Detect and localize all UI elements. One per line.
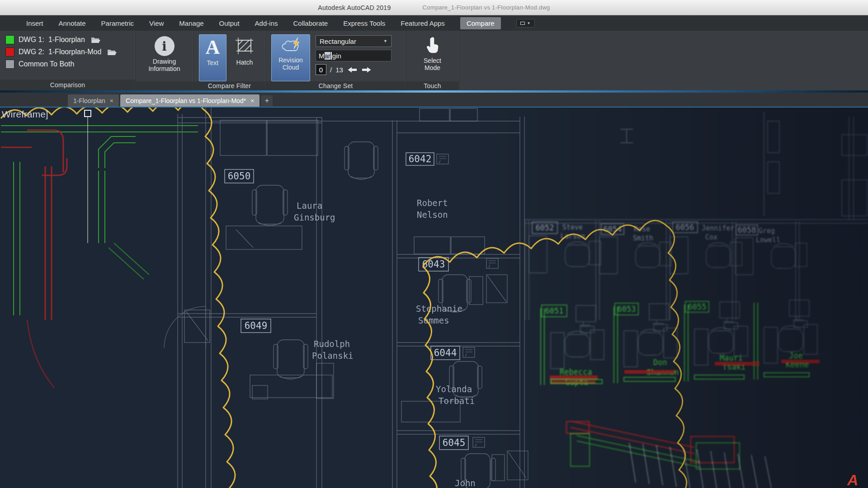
revision-cloud-button[interactable]: Revision Cloud xyxy=(271,34,310,81)
arrow-left-icon xyxy=(347,66,358,73)
drawing-information-label: Drawing Information xyxy=(148,58,180,72)
ribbon-tab-view[interactable]: View xyxy=(149,19,164,27)
revision-cloud-label: Revision Cloud xyxy=(274,56,307,71)
panel-touch: Select Mode Touch xyxy=(406,31,459,90)
panel-label-change-set: Change Set xyxy=(266,81,406,90)
drawing-canvas[interactable]: 6050 6042 6043 6044 6045 6049 Laura Gins… xyxy=(0,108,868,488)
common-color-swatch xyxy=(5,60,14,69)
panel-change-set: Revision Cloud Rectangular ▼ M ar gin 0 … xyxy=(266,31,406,90)
file-tab-bar: 1-Floorplan × Compare_1-Floorplan vs 1-F… xyxy=(0,93,868,108)
margin-text-prefix: M xyxy=(319,52,325,60)
counter-divider: / xyxy=(330,66,332,74)
margin-text-suffix: gin xyxy=(332,52,341,60)
ribbon: DWG 1: 1-Floorplan DWG 2: 1-Floorplan-Mo… xyxy=(0,31,868,90)
chevron-down-icon: ▼ xyxy=(383,39,387,43)
panel-compare-filter: A Text Hatch Compare F xyxy=(193,31,266,90)
revision-cloud-icon xyxy=(280,37,302,55)
document-title: Compare_1-Floorplan vs 1-Floorplan-Mod.d… xyxy=(423,4,550,11)
panel-label-comparison: Comparison xyxy=(0,80,135,90)
text-cursor xyxy=(331,52,332,60)
legend-row-dwg2[interactable]: DWG 2: 1-Floorplan-Mod xyxy=(5,47,117,56)
dwg1-value: 1-Floorplan xyxy=(48,36,85,44)
close-icon[interactable]: × xyxy=(110,97,113,104)
margin-text-selected: ar xyxy=(325,52,330,60)
hatch-icon xyxy=(234,36,255,57)
common-label: Common To Both xyxy=(19,60,74,68)
panel-label-compare-filter: Compare Filter xyxy=(193,81,265,90)
plus-icon: + xyxy=(265,97,269,105)
revcloud-style-value: Rectangular xyxy=(320,38,356,45)
next-change-button[interactable] xyxy=(361,66,372,73)
folder-icon[interactable] xyxy=(107,49,117,56)
file-tab-label: Compare_1-Floorplan vs 1-Floorplan-Mod* xyxy=(126,97,246,104)
drawing-canvas-area: 6050 6042 6043 6044 6045 6049 Laura Gins… xyxy=(0,108,868,488)
autodesk-logo: A xyxy=(847,471,859,488)
ribbon-tab-add-ins[interactable]: Add-ins xyxy=(255,19,278,27)
drawing-information-button[interactable]: i Drawing Information xyxy=(147,34,182,81)
info-icon: i xyxy=(155,36,175,56)
file-tab-compare[interactable]: Compare_1-Floorplan vs 1-Floorplan-Mod* … xyxy=(120,94,259,107)
ribbon-tab-express-tools[interactable]: Express Tools xyxy=(343,19,385,27)
ribbon-empty-space xyxy=(459,31,868,90)
text-icon: A xyxy=(206,37,220,57)
hatch-filter-button[interactable]: Hatch xyxy=(229,34,260,81)
dwg2-label: DWG 2: xyxy=(19,48,44,56)
ribbon-tab-compare[interactable]: Compare xyxy=(460,17,501,29)
file-tab-1-floorplan[interactable]: 1-Floorplan × xyxy=(68,94,119,107)
ribbon-tab-manage[interactable]: Manage xyxy=(179,19,203,27)
dwg2-value: 1-Floorplan-Mod xyxy=(48,48,101,56)
hand-icon xyxy=(424,36,441,55)
panel-label-empty xyxy=(136,81,193,90)
dwg1-label: DWG 1: xyxy=(19,36,44,44)
legend-row-dwg1[interactable]: DWG 1: 1-Floorplan xyxy=(5,35,117,44)
dwg2-color-swatch xyxy=(5,47,14,56)
panel-label-touch: Touch xyxy=(406,81,459,90)
change-set-counter: 0 / 13 xyxy=(316,64,392,75)
ribbon-tab-annotate[interactable]: Annotate xyxy=(59,19,86,27)
counter-total: 13 xyxy=(335,66,343,74)
previous-change-button[interactable] xyxy=(347,66,358,73)
ribbon-tab-insert[interactable]: Insert xyxy=(26,19,43,27)
counter-current[interactable]: 0 xyxy=(316,64,326,75)
title-bar: Autodesk AutoCAD 2019 Compare_1-Floorpla… xyxy=(0,0,868,15)
ribbon-display-toggle[interactable]: ▼ xyxy=(516,19,535,28)
select-mode-label: Select Mode xyxy=(418,57,448,71)
photo-vignette xyxy=(0,108,868,488)
ribbon-tab-parametric[interactable]: Parametric xyxy=(101,19,134,27)
arrow-right-icon xyxy=(361,66,372,73)
folder-icon[interactable] xyxy=(91,37,101,43)
comparison-legend: DWG 1: 1-Floorplan DWG 2: 1-Floorplan-Mo… xyxy=(5,34,117,69)
text-filter-button[interactable]: A Text xyxy=(199,34,226,81)
new-tab-button[interactable]: + xyxy=(261,95,273,106)
text-filter-label: Text xyxy=(207,59,219,66)
margin-input[interactable]: M ar gin xyxy=(316,50,392,61)
ribbon-tab-collaborate[interactable]: Collaborate xyxy=(293,19,328,27)
panel-display-icon xyxy=(520,22,525,25)
app-title: Autodesk AutoCAD 2019 xyxy=(318,4,391,11)
ribbon-tab-output[interactable]: Output xyxy=(219,19,240,27)
file-tab-label: 1-Floorplan xyxy=(73,97,105,104)
close-icon[interactable]: × xyxy=(250,97,254,104)
ribbon-tab-bar: Insert Annotate Parametric View Manage O… xyxy=(0,15,868,31)
dwg1-color-swatch xyxy=(5,35,14,44)
hatch-filter-label: Hatch xyxy=(236,59,253,66)
viewport-control-label[interactable]: Wireframe] xyxy=(2,109,48,119)
ribbon-tab-featured-apps[interactable]: Featured Apps xyxy=(401,19,445,27)
chevron-down-icon: ▼ xyxy=(527,21,531,25)
panel-comparison: DWG 1: 1-Floorplan DWG 2: 1-Floorplan-Mo… xyxy=(0,31,136,90)
panel-drawing-information: i Drawing Information xyxy=(136,31,193,90)
revcloud-style-dropdown[interactable]: Rectangular ▼ xyxy=(316,35,392,47)
select-mode-button[interactable]: Select Mode xyxy=(415,34,450,81)
legend-row-common[interactable]: Common To Both xyxy=(5,60,117,69)
